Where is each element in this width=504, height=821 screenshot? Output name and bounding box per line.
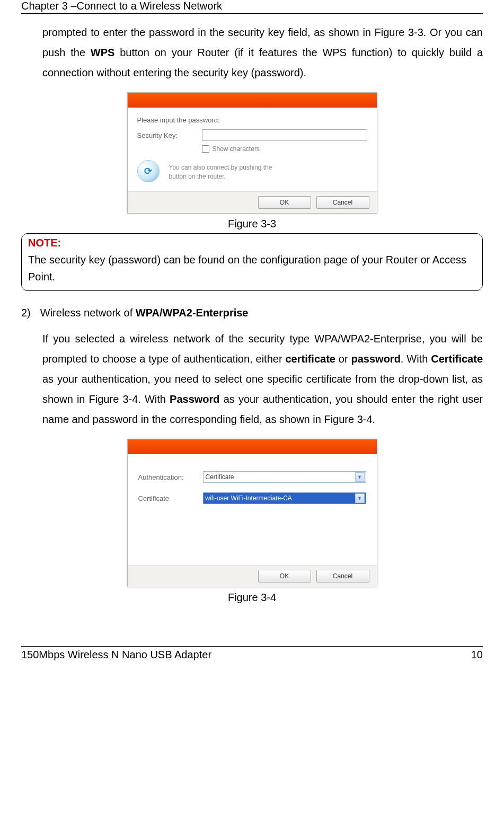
page-footer: 150Mbps Wireless N Nano USB Adapter 10 — [21, 646, 483, 661]
figure-caption-3-3: Figure 3-3 — [21, 218, 483, 230]
figure-3-3: Please input the password: Security Key:… — [21, 92, 483, 214]
text-bold: Password — [170, 393, 219, 405]
certificate-dialog: Authentication: Certificate ▼ Certificat… — [127, 439, 377, 587]
enterprise-paragraph: If you selected a wireless network of th… — [42, 329, 483, 429]
authentication-value: Certificate — [206, 473, 234, 481]
dialog-titlebar — [128, 93, 377, 108]
certificate-value: wifi-user WiFi-Intermediate-CA — [206, 495, 292, 502]
security-key-label: Security Key: — [137, 131, 196, 139]
chapter-header: Chapter 3 –Connect to a Wireless Network — [21, 0, 483, 14]
note-text: The security key (password) can be found… — [28, 251, 476, 285]
text-bold: WPA/WPA2-Enterprise — [136, 307, 249, 319]
text: Wireless network of — [40, 307, 136, 319]
cancel-button[interactable]: Cancel — [316, 196, 369, 209]
text: or — [335, 353, 351, 365]
list-number: 2) — [21, 307, 31, 319]
text-bold: Certificate — [431, 353, 483, 365]
certificate-select[interactable]: wifi-user WiFi-Intermediate-CA ▼ — [203, 492, 366, 504]
list-item-2: 2) Wireless network of WPA/WPA2-Enterpri… — [21, 307, 483, 319]
security-key-input[interactable] — [202, 129, 367, 141]
text-bold: password — [351, 353, 401, 365]
show-characters-label: Show characters — [213, 145, 260, 153]
authentication-label: Authentication: — [138, 473, 197, 481]
footer-page-number: 10 — [471, 649, 483, 661]
show-characters-checkbox[interactable] — [202, 145, 209, 153]
text-bold: certificate — [285, 353, 335, 365]
cancel-button[interactable]: Cancel — [316, 570, 369, 582]
figure-caption-3-4: Figure 3-4 — [21, 592, 483, 604]
certificate-label: Certificate — [138, 495, 197, 502]
text-bold-wps: WPS — [91, 47, 115, 58]
intro-paragraph: prompted to enter the password in the se… — [42, 22, 483, 83]
ok-button[interactable]: OK — [258, 196, 311, 209]
figure-3-4: Authentication: Certificate ▼ Certificat… — [21, 439, 483, 587]
ok-button[interactable]: OK — [258, 570, 311, 582]
chevron-down-icon: ▼ — [355, 493, 365, 503]
note-label: NOTE: — [28, 237, 476, 249]
text: . With — [401, 353, 431, 365]
authentication-select[interactable]: Certificate ▼ — [203, 471, 366, 483]
wps-icon: ⟳ — [137, 160, 162, 184]
dialog-titlebar — [128, 439, 377, 454]
footer-product-name: 150Mbps Wireless N Nano USB Adapter — [21, 649, 211, 661]
wps-hint-text: You can also connect by pushing the butt… — [169, 163, 291, 181]
password-dialog: Please input the password: Security Key:… — [127, 92, 377, 214]
password-prompt: Please input the password: — [137, 116, 367, 124]
chevron-down-icon: ▼ — [355, 472, 365, 482]
note-box: NOTE: The security key (password) can be… — [21, 233, 483, 291]
